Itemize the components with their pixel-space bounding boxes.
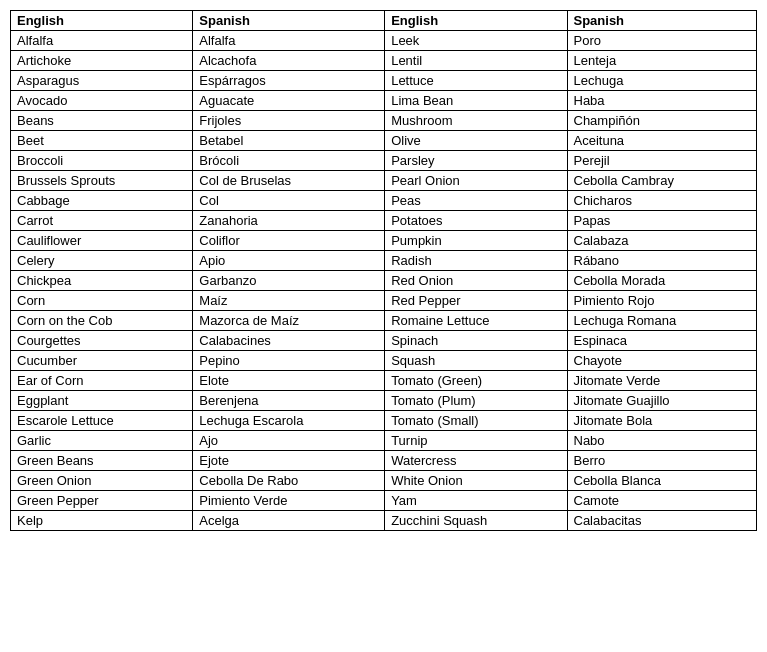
table-cell: Cebolla Cambray [567,171,757,191]
table-cell: Aceituna [567,131,757,151]
table-cell: Champiñón [567,111,757,131]
table-cell: Peas [385,191,567,211]
table-cell: Jitomate Bola [567,411,757,431]
table-cell: Betabel [193,131,385,151]
table-cell: Berenjena [193,391,385,411]
table-cell: Eggplant [11,391,193,411]
table-cell: Garlic [11,431,193,451]
table-row: BeansFrijolesMushroomChampiñón [11,111,757,131]
table-cell: Beet [11,131,193,151]
table-cell: Frijoles [193,111,385,131]
table-cell: Apio [193,251,385,271]
table-row: KelpAcelgaZucchini SquashCalabacitas [11,511,757,531]
table-cell: Pepino [193,351,385,371]
table-cell: Espárragos [193,71,385,91]
table-cell: Alcachofa [193,51,385,71]
table-row: ChickpeaGarbanzoRed OnionCebolla Morada [11,271,757,291]
table-cell: Corn [11,291,193,311]
table-cell: Asparagus [11,71,193,91]
table-row: Ear of CornEloteTomato (Green)Jitomate V… [11,371,757,391]
table-cell: Mazorca de Maíz [193,311,385,331]
table-row: CornMaízRed PepperPimiento Rojo [11,291,757,311]
table-cell: Ejote [193,451,385,471]
table-cell: Camote [567,491,757,511]
table-cell: Green Pepper [11,491,193,511]
table-row: AlfalfaAlfalfaLeekPoro [11,31,757,51]
table-cell: Squash [385,351,567,371]
table-cell: Col [193,191,385,211]
table-row: Corn on the CobMazorca de MaízRomaine Le… [11,311,757,331]
column-header: English [385,11,567,31]
table-cell: Acelga [193,511,385,531]
table-cell: Pimiento Verde [193,491,385,511]
table-cell: Red Pepper [385,291,567,311]
table-row: EggplantBerenjenaTomato (Plum)Jitomate G… [11,391,757,411]
table-cell: Brócoli [193,151,385,171]
table-cell: Lechuga [567,71,757,91]
table-cell: Cabbage [11,191,193,211]
table-cell: Jitomate Guajillo [567,391,757,411]
table-row: AvocadoAguacateLima BeanHaba [11,91,757,111]
table-row: Brussels SproutsCol de BruselasPearl Oni… [11,171,757,191]
vegetables-table: EnglishSpanishEnglishSpanish AlfalfaAlfa… [10,10,757,531]
table-cell: Romaine Lettuce [385,311,567,331]
table-cell: Nabo [567,431,757,451]
table-cell: Tomato (Small) [385,411,567,431]
table-cell: Celery [11,251,193,271]
table-cell: Potatoes [385,211,567,231]
table-cell: Escarole Lettuce [11,411,193,431]
table-cell: Tomato (Green) [385,371,567,391]
table-cell: Garbanzo [193,271,385,291]
table-cell: Lettuce [385,71,567,91]
table-row: Green OnionCebolla De RaboWhite OnionCeb… [11,471,757,491]
table-cell: Chicharos [567,191,757,211]
table-cell: Avocado [11,91,193,111]
table-cell: Artichoke [11,51,193,71]
table-row: Green PepperPimiento VerdeYamCamote [11,491,757,511]
table-row: AsparagusEspárragosLettuceLechuga [11,71,757,91]
table-cell: Perejil [567,151,757,171]
table-cell: Cebolla Morada [567,271,757,291]
table-cell: Carrot [11,211,193,231]
table-cell: Cebolla De Rabo [193,471,385,491]
table-cell: Cauliflower [11,231,193,251]
table-row: GarlicAjoTurnipNabo [11,431,757,451]
table-cell: Brussels Sprouts [11,171,193,191]
table-cell: Poro [567,31,757,51]
table-cell: Turnip [385,431,567,451]
table-cell: Radish [385,251,567,271]
table-row: Green BeansEjoteWatercressBerro [11,451,757,471]
table-cell: Pumpkin [385,231,567,251]
table-cell: Calabacitas [567,511,757,531]
table-cell: Zanahoria [193,211,385,231]
table-cell: Spinach [385,331,567,351]
column-header: English [11,11,193,31]
table-cell: Elote [193,371,385,391]
table-cell: Calabacines [193,331,385,351]
table-cell: Maíz [193,291,385,311]
table-cell: Lechuga Romana [567,311,757,331]
table-cell: Calabaza [567,231,757,251]
table-row: CourgettesCalabacinesSpinachEspinaca [11,331,757,351]
table-cell: Berro [567,451,757,471]
table-cell: Zucchini Squash [385,511,567,531]
table-cell: Aguacate [193,91,385,111]
table-cell: Jitomate Verde [567,371,757,391]
table-cell: Red Onion [385,271,567,291]
table-cell: Green Beans [11,451,193,471]
table-row: Escarole LettuceLechuga EscarolaTomato (… [11,411,757,431]
table-cell: Parsley [385,151,567,171]
table-cell: Espinaca [567,331,757,351]
table-cell: Green Onion [11,471,193,491]
table-row: CeleryApioRadishRábano [11,251,757,271]
table-cell: Leek [385,31,567,51]
table-cell: Mushroom [385,111,567,131]
table-cell: Ear of Corn [11,371,193,391]
table-row: CauliflowerColiflorPumpkinCalabaza [11,231,757,251]
table-row: CarrotZanahoriaPotatoesPapas [11,211,757,231]
table-cell: Pearl Onion [385,171,567,191]
table-row: BeetBetabelOliveAceituna [11,131,757,151]
table-cell: Col de Bruselas [193,171,385,191]
table-cell: Cebolla Blanca [567,471,757,491]
table-cell: Pimiento Rojo [567,291,757,311]
